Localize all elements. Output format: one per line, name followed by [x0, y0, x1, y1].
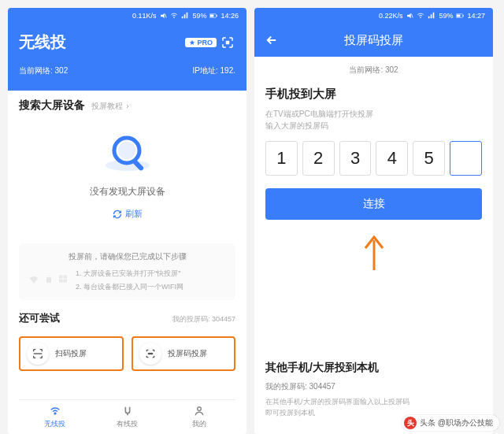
tutorial-label: 投屏教程 [91, 101, 123, 112]
connect-label: 连接 [363, 197, 385, 211]
scan-qr-icon[interactable] [220, 35, 235, 50]
steps-box: 投屏前，请确保您已完成以下步骤 1. 大屏设备已安装并打开"快投屏" 2. 每台… [19, 243, 235, 300]
code-cast-label: 投屏码投屏 [168, 348, 207, 359]
nav-wired-label: 有线投 [117, 419, 138, 429]
wireless-nav-icon [48, 405, 62, 417]
cast-hint-2: 输入大屏的投屏码 [265, 120, 482, 132]
status-bar: 0.22K/s 59% 14:27 [254, 8, 493, 24]
svg-point-1 [174, 17, 175, 18]
refresh-button[interactable]: 刷新 [113, 208, 143, 220]
code-cell-3[interactable]: 3 [339, 141, 372, 176]
svg-line-0 [165, 14, 167, 18]
svg-point-24 [421, 17, 421, 18]
code-cell-5[interactable]: 5 [413, 141, 445, 176]
code-cast-chip[interactable]: 投屏码投屏 [132, 336, 236, 371]
no-device-text: 没有发现大屏设备 [90, 185, 165, 198]
person-nav-icon [192, 405, 206, 417]
svg-point-22 [198, 407, 202, 411]
svg-point-8 [118, 142, 135, 159]
svg-line-23 [412, 14, 413, 18]
my-cast-code: 我的投屏码: 304457 [172, 314, 235, 325]
svg-rect-14 [64, 276, 68, 279]
code-cell-4[interactable]: 4 [376, 141, 408, 176]
step-1: 1. 大屏设备已安装并打开"快投屏" [76, 269, 183, 279]
phone-right: 0.22K/s 59% 14:27 投屏码投屏 当前网络: 302 手机投到大屏… [254, 8, 493, 434]
pro-label: PRO [197, 39, 213, 46]
cast-hint-1: 在TV端或PC电脑端打开快投屏 [265, 108, 482, 120]
also-try-title: 还可尝试 [19, 311, 60, 325]
svg-point-11 [47, 276, 48, 276]
other-cast-title: 其他手机/大屏投到本机 [265, 361, 482, 375]
battery-pct: 59% [192, 12, 206, 20]
scan-cast-label: 扫码投屏 [55, 348, 87, 359]
current-network: 当前网络: 302 [19, 65, 68, 76]
android-hint-icon [44, 274, 54, 287]
bottom-nav: 无线投 有线投 我的 [19, 399, 235, 434]
phone-left: 0.11K/s 59% 14:26 无线投 PRO [8, 8, 246, 434]
current-network: 当前网络: 302 [254, 57, 493, 87]
svg-rect-26 [457, 14, 461, 17]
svg-rect-3 [210, 14, 214, 17]
magnifier-icon [100, 130, 155, 177]
svg-point-20 [151, 353, 152, 354]
header: 投屏码投屏 [254, 24, 493, 57]
svg-rect-16 [64, 280, 68, 283]
svg-rect-15 [59, 280, 63, 283]
my-cast-code: 我的投屏码: 304457 [265, 381, 482, 392]
back-button[interactable] [264, 32, 280, 48]
signal-icon [181, 12, 189, 20]
clock: 14:26 [220, 12, 239, 20]
nav-mine-label: 我的 [192, 419, 206, 429]
refresh-label: 刷新 [125, 208, 143, 220]
net-speed: 0.11K/s [132, 12, 157, 20]
watermark: 头 头条 @职场办公技能 [402, 415, 499, 431]
svg-point-19 [150, 353, 150, 354]
wifi-icon [170, 12, 178, 20]
battery-pct: 59% [439, 12, 453, 20]
clock: 14:27 [467, 12, 485, 20]
toutiao-logo-icon: 头 [404, 417, 417, 429]
net-speed: 0.22K/s [379, 12, 403, 20]
step-2: 2. 每台设备都已接入同一个WIFI网 [76, 282, 183, 292]
mute-icon [159, 12, 167, 20]
ip-address: IP地址: 192. [193, 65, 235, 76]
cast-to-screen-title: 手机投到大屏 [265, 87, 482, 102]
signal-icon [428, 12, 435, 20]
mute-icon [406, 12, 413, 20]
other-hint-1: 在其他手机/大屏的投屏码界面输入以上投屏码 [265, 397, 482, 408]
wired-nav-icon [120, 405, 135, 417]
pro-badge[interactable]: PRO [185, 38, 217, 47]
wifi-icon [417, 12, 424, 20]
svg-point-12 [50, 276, 50, 276]
svg-rect-10 [46, 277, 51, 283]
svg-rect-27 [463, 15, 464, 17]
qr-scan-icon [27, 343, 49, 365]
svg-point-21 [54, 413, 56, 414]
svg-rect-13 [59, 276, 63, 279]
page-title: 无线投 [19, 32, 66, 53]
search-devices-title: 搜索大屏设备 [19, 98, 85, 113]
connect-button[interactable]: 连接 [265, 188, 482, 220]
battery-icon [456, 12, 464, 20]
nav-wireless-label: 无线投 [44, 419, 65, 429]
header-title: 投屏码投屏 [344, 33, 403, 48]
watermark-text: 头条 @职场办公技能 [420, 417, 493, 428]
code-cell-1[interactable]: 1 [265, 141, 298, 176]
battery-icon [209, 12, 217, 20]
nav-wireless[interactable]: 无线投 [19, 400, 91, 434]
svg-rect-4 [217, 15, 217, 17]
code-input-row: 1 2 3 4 5 [265, 141, 482, 176]
windows-hint-icon [58, 274, 68, 287]
nav-wired[interactable]: 有线投 [91, 400, 164, 434]
code-cell-6[interactable] [450, 141, 482, 176]
code-cell-2[interactable]: 2 [302, 141, 335, 176]
scan-cast-chip[interactable]: 扫码投屏 [19, 336, 124, 371]
nav-mine[interactable]: 我的 [163, 400, 235, 434]
svg-point-18 [148, 353, 149, 354]
code-icon [139, 343, 161, 365]
svg-rect-5 [227, 41, 229, 43]
arrow-up-annotation [362, 234, 386, 275]
tutorial-link[interactable]: 投屏教程 [91, 101, 131, 112]
wifi-hint-icon [28, 274, 39, 287]
status-bar: 0.11K/s 59% 14:26 [8, 8, 246, 24]
